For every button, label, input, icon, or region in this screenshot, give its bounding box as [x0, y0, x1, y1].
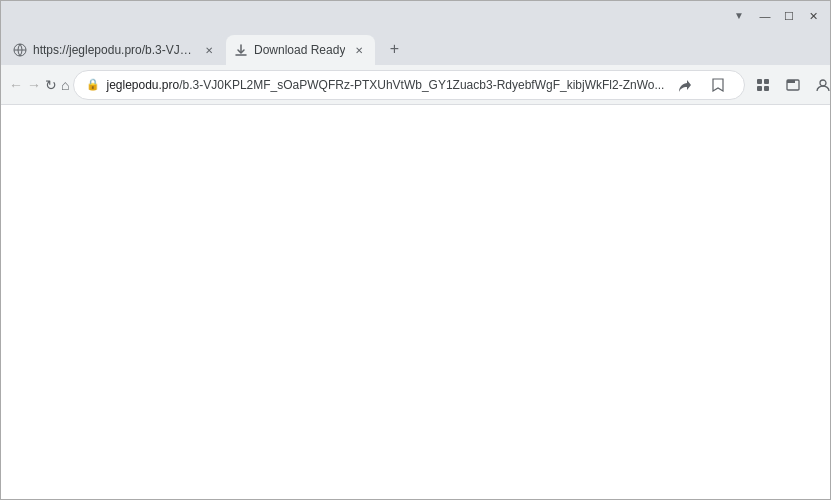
svg-rect-6: [787, 80, 795, 83]
toolbar: ← → ↻ ⌂ 🔒 jeglepodu.pro/b.3-VJ0KPL2MF_sO…: [1, 65, 830, 105]
close-button[interactable]: ✕: [802, 5, 824, 27]
omnibox-domain: jeglepodu.pro: [106, 78, 179, 92]
svg-rect-2: [764, 79, 769, 84]
page-content: [1, 105, 830, 499]
browser-window: ▼ — ☐ ✕ https://jeglepodu.pro/b.3-VJ0KPI: [0, 0, 831, 500]
tab-2-title: Download Ready: [254, 43, 345, 57]
tab-2-close[interactable]: ✕: [351, 42, 367, 58]
tab-1[interactable]: https://jeglepodu.pro/b.3-VJ0KPI ✕: [5, 35, 225, 65]
svg-rect-1: [757, 79, 762, 84]
omnibox[interactable]: 🔒 jeglepodu.pro/b.3-VJ0KPL2MF_sOaPWQFRz-…: [73, 70, 745, 100]
omnibox-url: jeglepodu.pro/b.3-VJ0KPL2MF_sOaPWQFRz-PT…: [106, 78, 664, 92]
svg-rect-3: [757, 86, 762, 91]
tab-bar: https://jeglepodu.pro/b.3-VJ0KPI ✕ Downl…: [1, 31, 830, 65]
forward-button[interactable]: →: [27, 71, 41, 99]
tab-1-title: https://jeglepodu.pro/b.3-VJ0KPI: [33, 43, 195, 57]
new-tab-button[interactable]: +: [380, 35, 408, 63]
back-button[interactable]: ←: [9, 71, 23, 99]
reload-button[interactable]: ↻: [45, 71, 57, 99]
omnibox-path: /b.3-VJ0KPL2MF_sOaPWQFRz-PTXUhVtWb_GY1Zu…: [179, 78, 664, 92]
minimize-button[interactable]: —: [754, 5, 776, 27]
title-bar: ▼ — ☐ ✕: [1, 1, 830, 31]
share-button[interactable]: [670, 71, 698, 99]
tab-bar-dropdown: ▼: [728, 4, 752, 28]
toolbar-icons: ⋮: [749, 71, 831, 99]
svg-point-7: [820, 80, 826, 86]
bookmark-button[interactable]: [704, 71, 732, 99]
tab-2-favicon: [234, 43, 248, 57]
extensions-button[interactable]: [749, 71, 777, 99]
tab-1-close[interactable]: ✕: [201, 42, 217, 58]
home-button[interactable]: ⌂: [61, 71, 69, 99]
tab-dropdown-button[interactable]: ▼: [728, 4, 750, 26]
svg-rect-4: [764, 86, 769, 91]
tab-1-favicon: [13, 43, 27, 57]
maximize-button[interactable]: ☐: [778, 5, 800, 27]
lock-icon: 🔒: [86, 78, 100, 91]
chrome-tab-button[interactable]: [779, 71, 807, 99]
tab-2[interactable]: Download Ready ✕: [226, 35, 375, 65]
profile-button[interactable]: [809, 71, 831, 99]
